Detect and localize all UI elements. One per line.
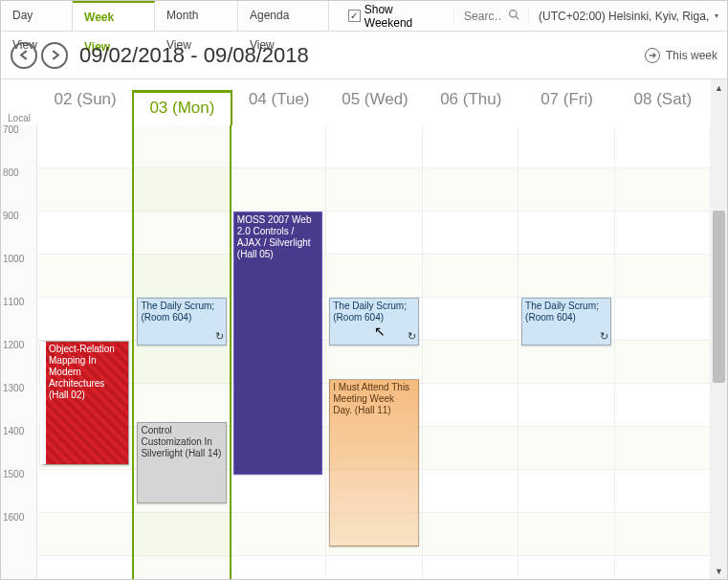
show-weekend-toggle[interactable]: Show Weekend	[339, 3, 453, 30]
next-week-button[interactable]	[41, 42, 68, 69]
time-label: 1000	[1, 255, 36, 298]
this-week-label: This week	[666, 49, 717, 62]
appointment[interactable]: Control Customization In Silverlight (Ha…	[137, 422, 226, 503]
nav-bar: 09/02/2018 - 09/08/2018 ➔ This week	[1, 32, 727, 79]
day-header[interactable]: 06 (Thu)	[423, 90, 518, 125]
day-column[interactable]	[423, 125, 518, 579]
prev-week-button[interactable]	[11, 42, 37, 69]
mouse-cursor-icon: ↖	[374, 323, 386, 340]
recurrence-icon: ↻	[600, 330, 608, 343]
timezone-select[interactable]: (UTC+02:00) Helsinki, Kyiv, Riga, ▾	[529, 10, 727, 23]
search-input[interactable]	[462, 9, 504, 24]
show-weekend-label: Show Weekend	[364, 3, 444, 30]
recurrence-icon: ↻	[215, 330, 224, 343]
day-column[interactable]: The Daily Scrum; (Room 604)↻	[518, 125, 614, 579]
tab-day-view[interactable]: Day View	[1, 1, 73, 31]
scroll-down-icon[interactable]: ▼	[711, 563, 727, 579]
appointment[interactable]: Object-Relation Mapping In Modern Archit…	[40, 341, 129, 465]
timezone-label: (UTC+02:00) Helsinki, Kyiv, Riga,	[539, 10, 709, 23]
caret-down-icon: ▾	[715, 11, 718, 20]
scroll-up-icon[interactable]: ▲	[711, 79, 727, 96]
time-label: 1100	[1, 298, 36, 341]
time-label: 700	[1, 125, 36, 168]
time-label: 1500	[1, 470, 36, 513]
vertical-scrollbar[interactable]: ▲ ▼	[711, 79, 727, 579]
day-header[interactable]: 07 (Fri)	[518, 90, 614, 125]
appointment[interactable]: MOSS 2007 Web 2.0 Controls / AJAX / Silv…	[233, 212, 322, 475]
day-header-row: Local 02 (Sun)03 (Mon)04 (Tue)05 (Wed)06…	[1, 79, 711, 125]
appointment[interactable]: The Daily Scrum; (Room 604)↻	[521, 298, 610, 346]
day-column[interactable]	[615, 125, 711, 579]
time-label: 900	[1, 212, 36, 255]
day-header[interactable]: 08 (Sat)	[615, 90, 711, 125]
time-label: 1400	[1, 427, 36, 470]
scheduler-app: Day ViewWeek ViewMonth ViewAgenda View S…	[0, 0, 728, 580]
time-label: 1200	[1, 341, 36, 384]
tab-agenda-view[interactable]: Agenda View	[238, 1, 329, 31]
time-label: 1300	[1, 384, 36, 427]
calendar-grid: Local 02 (Sun)03 (Mon)04 (Tue)05 (Wed)06…	[1, 79, 727, 579]
day-column[interactable]: The Daily Scrum; (Room 604)↻↖I Must Atte…	[326, 125, 422, 579]
svg-point-0	[510, 10, 517, 16]
svg-line-1	[516, 16, 518, 19]
arrow-right-icon: ➔	[645, 48, 660, 63]
time-grid: 7008009001000110012001300140015001600 Ob…	[1, 125, 711, 579]
this-week-button[interactable]: ➔ This week	[645, 48, 717, 63]
day-header[interactable]: 05 (Wed)	[327, 90, 423, 125]
top-toolbar: Day ViewWeek ViewMonth ViewAgenda View S…	[1, 1, 727, 32]
scroll-thumb[interactable]	[713, 211, 725, 383]
view-tabs: Day ViewWeek ViewMonth ViewAgenda View	[1, 1, 329, 31]
time-label: 800	[1, 168, 36, 212]
appointment[interactable]: The Daily Scrum; (Room 604)↻↖	[329, 298, 418, 346]
search-icon	[508, 9, 520, 24]
appointment[interactable]: I Must Attend This Meeting Week Day. (Ha…	[329, 379, 418, 547]
time-label: 1600	[1, 513, 36, 556]
date-range-label: 09/02/2018 - 09/08/2018	[79, 43, 309, 68]
recurrence-icon: ↻	[408, 330, 416, 343]
day-column[interactable]: MOSS 2007 Web 2.0 Controls / AJAX / Silv…	[231, 125, 326, 579]
tab-week-view[interactable]: Week View	[73, 1, 155, 31]
day-header[interactable]: 03 (Mon)	[132, 90, 232, 125]
time-ruler: 7008009001000110012001300140015001600	[1, 125, 37, 579]
day-column[interactable]: Object-Relation Mapping In Modern Archit…	[37, 125, 133, 579]
day-header[interactable]: 02 (Sun)	[37, 90, 133, 125]
day-header[interactable]: 04 (Tue)	[232, 90, 327, 125]
checkbox-icon	[348, 10, 361, 22]
search-box[interactable]	[453, 9, 529, 24]
days-area[interactable]: Object-Relation Mapping In Modern Archit…	[37, 125, 711, 579]
timezone-col-header: Local	[1, 113, 37, 125]
day-column[interactable]: The Daily Scrum; (Room 604)↻Control Cust…	[132, 125, 231, 579]
tab-month-view[interactable]: Month View	[155, 1, 238, 31]
appointment[interactable]: The Daily Scrum; (Room 604)↻	[137, 298, 226, 346]
